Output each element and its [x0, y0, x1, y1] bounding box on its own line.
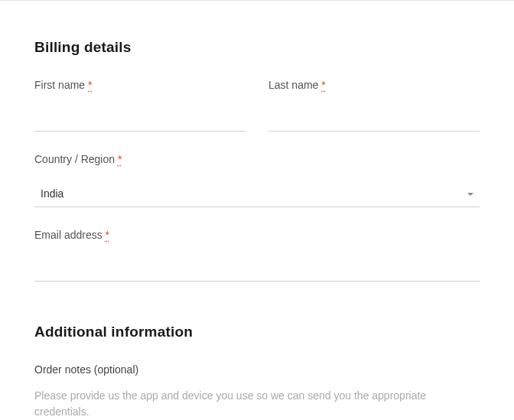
required-mark: * [88, 79, 92, 91]
first-name-label: First name * [34, 79, 246, 91]
order-notes-input[interactable]: Please provide us the app and device you… [34, 388, 480, 420]
required-mark: * [321, 79, 325, 91]
last-name-label-text: Last name [268, 79, 318, 91]
country-value: India [41, 187, 63, 200]
email-label: Email address * [34, 229, 480, 241]
last-name-label: Last name * [268, 79, 480, 91]
first-name-label-text: First name [34, 79, 85, 91]
country-label-text: Country / Region [34, 153, 115, 165]
required-mark: * [106, 229, 109, 241]
country-select[interactable]: India [34, 182, 480, 207]
chevron-down-icon [467, 193, 473, 196]
email-label-text: Email address [34, 229, 102, 241]
country-label: Country / Region * [34, 153, 480, 165]
checkout-form: Billing details First name * Last name *… [0, 1, 514, 420]
billing-heading: Billing details [34, 39, 480, 56]
additional-section: Additional information Order notes (opti… [34, 324, 480, 420]
first-name-field: First name * [34, 79, 246, 132]
email-field: Email address * [34, 229, 480, 282]
name-row: First name * Last name * [34, 79, 480, 132]
required-mark: * [118, 153, 122, 165]
country-field: Country / Region * India [34, 153, 480, 207]
order-notes-label: Order notes (optional) [34, 363, 480, 376]
email-input[interactable] [34, 258, 480, 282]
last-name-input[interactable] [268, 108, 480, 132]
first-name-input[interactable] [34, 108, 246, 132]
last-name-field: Last name * [268, 79, 480, 132]
additional-heading: Additional information [34, 324, 480, 340]
